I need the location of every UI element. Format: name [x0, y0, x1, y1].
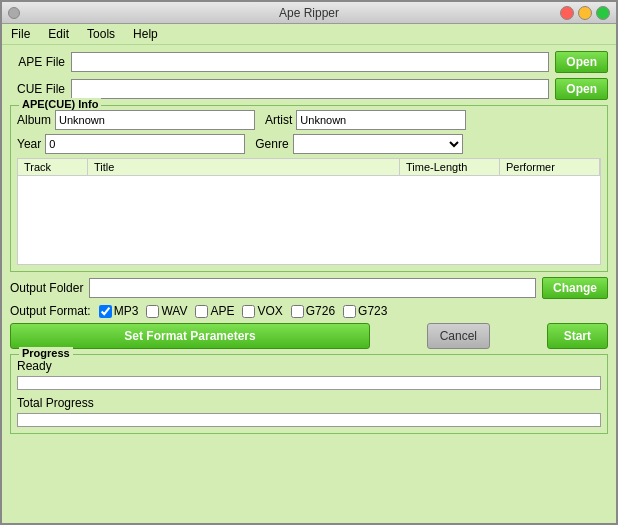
- album-input[interactable]: [55, 110, 255, 130]
- total-progress-label: Total Progress: [17, 396, 601, 410]
- progress-group: Progress Ready Total Progress: [10, 354, 608, 434]
- menu-bar: File Edit Tools Help: [2, 24, 616, 45]
- info-row-1: Album Artist: [17, 110, 601, 130]
- format-g726-label: G726: [306, 304, 335, 318]
- format-vox-checkbox[interactable]: [242, 305, 255, 318]
- year-field: Year: [17, 134, 245, 154]
- album-label: Album: [17, 113, 51, 127]
- main-window: Ape Ripper File Edit Tools Help APE File…: [0, 0, 618, 525]
- artist-input[interactable]: [296, 110, 466, 130]
- set-format-button[interactable]: Set Format Parameters: [10, 323, 370, 349]
- format-ape-checkbox[interactable]: [195, 305, 208, 318]
- progress-status: Ready: [17, 359, 601, 373]
- format-vox[interactable]: VOX: [242, 304, 282, 318]
- close-btn-icon[interactable]: [560, 6, 574, 20]
- window-title: Ape Ripper: [279, 6, 339, 20]
- info-row-2: Year Genre: [17, 134, 601, 154]
- change-button[interactable]: Change: [542, 277, 608, 299]
- format-mp3-checkbox[interactable]: [99, 305, 112, 318]
- output-folder-input[interactable]: [89, 278, 536, 298]
- genre-select[interactable]: [293, 134, 463, 154]
- col-performer: Performer: [500, 159, 600, 175]
- ape-info-group: APE(CUE) Info Album Artist Year Genre: [10, 105, 608, 272]
- col-title: Title: [88, 159, 400, 175]
- track-table-body: [17, 175, 601, 265]
- ape-file-input[interactable]: [71, 52, 549, 72]
- track-table-container: Track Title Time-Length Performer: [17, 158, 601, 265]
- format-mp3-label: MP3: [114, 304, 139, 318]
- col-timelength: Time-Length: [400, 159, 500, 175]
- format-g726[interactable]: G726: [291, 304, 335, 318]
- title-bar: Ape Ripper: [2, 2, 616, 24]
- menu-tools[interactable]: Tools: [84, 26, 118, 42]
- cue-file-label: CUE File: [10, 82, 65, 96]
- format-mp3[interactable]: MP3: [99, 304, 139, 318]
- maximize-btn-icon[interactable]: [596, 6, 610, 20]
- buttons-row: Set Format Parameters Cancel Start: [10, 323, 608, 349]
- progress-group-label: Progress: [19, 347, 73, 359]
- title-bar-left: [8, 7, 20, 19]
- menu-file[interactable]: File: [8, 26, 33, 42]
- format-g723-checkbox[interactable]: [343, 305, 356, 318]
- genre-field: Genre: [255, 134, 462, 154]
- ape-open-button[interactable]: Open: [555, 51, 608, 73]
- cancel-button[interactable]: Cancel: [427, 323, 490, 349]
- format-wav[interactable]: WAV: [146, 304, 187, 318]
- year-label: Year: [17, 137, 41, 151]
- genre-label: Genre: [255, 137, 288, 151]
- cue-file-input[interactable]: [71, 79, 549, 99]
- year-input[interactable]: [45, 134, 245, 154]
- ape-file-label: APE File: [10, 55, 65, 69]
- artist-label: Artist: [265, 113, 292, 127]
- ape-info-group-label: APE(CUE) Info: [19, 98, 101, 110]
- progress-bar-container: [17, 376, 601, 390]
- ape-file-row: APE File Open: [10, 51, 608, 73]
- menu-help[interactable]: Help: [130, 26, 161, 42]
- cue-file-row: CUE File Open: [10, 78, 608, 100]
- content-area: APE File Open CUE File Open APE(CUE) Inf…: [2, 45, 616, 523]
- start-button[interactable]: Start: [547, 323, 608, 349]
- format-g723-label: G723: [358, 304, 387, 318]
- output-folder-label: Output Folder: [10, 281, 83, 295]
- output-format-row: Output Format: MP3 WAV APE VOX G726: [10, 304, 608, 318]
- format-ape-label: APE: [210, 304, 234, 318]
- output-format-label: Output Format:: [10, 304, 91, 318]
- col-track: Track: [18, 159, 88, 175]
- total-progress-bar-container: [17, 413, 601, 427]
- album-field: Album: [17, 110, 255, 130]
- format-g723[interactable]: G723: [343, 304, 387, 318]
- format-wav-label: WAV: [161, 304, 187, 318]
- artist-field: Artist: [265, 110, 466, 130]
- output-folder-row: Output Folder Change: [10, 277, 608, 299]
- window-controls: [560, 6, 610, 20]
- minimize-btn-icon[interactable]: [578, 6, 592, 20]
- track-table-header: Track Title Time-Length Performer: [17, 158, 601, 175]
- title-circle-icon: [8, 7, 20, 19]
- format-g726-checkbox[interactable]: [291, 305, 304, 318]
- format-ape[interactable]: APE: [195, 304, 234, 318]
- format-wav-checkbox[interactable]: [146, 305, 159, 318]
- cue-open-button[interactable]: Open: [555, 78, 608, 100]
- menu-edit[interactable]: Edit: [45, 26, 72, 42]
- format-vox-label: VOX: [257, 304, 282, 318]
